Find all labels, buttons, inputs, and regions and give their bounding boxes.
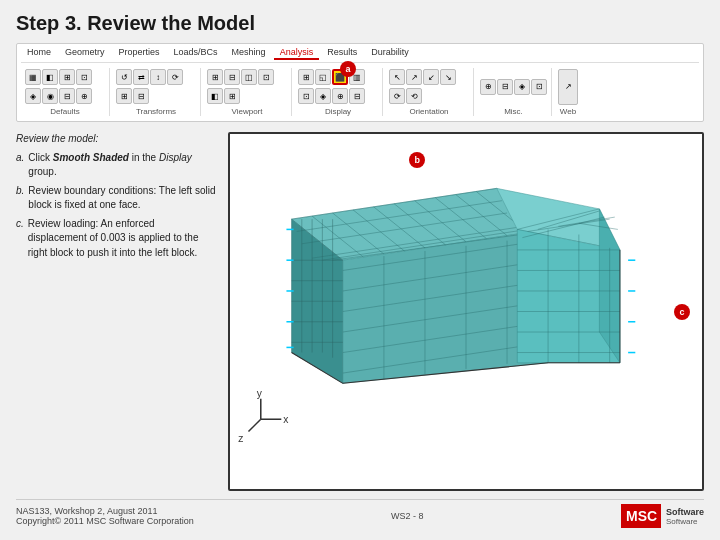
ribbon-group-label: Viewport [232,107,263,116]
tab-analysis[interactable]: Analysis [274,46,320,60]
tab-durability[interactable]: Durability [365,46,415,60]
ribbon-icon[interactable]: ⊟ [224,69,240,85]
ribbon-group-web-icons: ↗ [558,68,578,105]
ribbon-icon[interactable]: ⊟ [497,79,513,95]
ribbon-icon[interactable]: ⊕ [480,79,496,95]
ribbon-icon[interactable]: ⟳ [167,69,183,85]
ribbon-icon[interactable]: ⊡ [531,79,547,95]
footer-line2: Copyright© 2011 MSC Software Corporation [16,516,194,526]
item-text-a: Click Smooth Shaded in the Display group… [28,151,216,180]
ribbon-icon[interactable]: ◈ [25,88,41,104]
ribbon-group-label: Defaults [50,107,79,116]
tab-meshing[interactable]: Meshing [226,46,272,60]
ribbon-group-orientation: ↖ ↗ ↙ ↘ ⟳ ⟲ Orientation [385,68,474,116]
ribbon-group-web: ↗ Web [554,68,582,116]
ribbon-group-label: Web [560,107,576,116]
footer-line1: NAS133, Workshop 2, August 2011 [16,506,194,516]
ribbon-icon[interactable]: ⊡ [298,88,314,104]
ribbon-group-label: Transforms [136,107,176,116]
ribbon-icon[interactable]: ↘ [440,69,456,85]
ribbon-icon[interactable]: ⊞ [59,69,75,85]
ribbon-icon[interactable]: ⊞ [207,69,223,85]
ribbon-icon[interactable]: ⟳ [389,88,405,104]
ribbon-icon[interactable]: ◈ [514,79,530,95]
list-item-a: a. Click Smooth Shaded in the Display gr… [16,151,216,180]
ribbon-icon[interactable]: ◱ [315,69,331,85]
ribbon-icon[interactable]: ↕ [150,69,166,85]
ribbon-icon[interactable]: ⊟ [133,88,149,104]
ribbon-group-misc-icons: ⊕ ⊟ ◈ ⊡ [480,68,547,105]
ribbon-tabs: Home Geometry Properties Loads/BCs Meshi… [21,46,699,63]
ribbon-icon[interactable]: ⊡ [76,69,92,85]
callout-c: c [674,304,690,320]
ribbon-icon[interactable]: ◈ [315,88,331,104]
tab-loads[interactable]: Loads/BCs [168,46,224,60]
tab-home[interactable]: Home [21,46,57,60]
callout-b: b [409,152,425,168]
ribbon-group-viewport-icons: ⊞ ⊟ ◫ ⊡ ◧ ⊞ [207,68,287,105]
viewport-inner: x y z b c [230,134,702,489]
item-text-c: Review loading: An enforced displacement… [28,217,216,261]
callout-circle-c: c [674,304,690,320]
footer-left: NAS133, Workshop 2, August 2011 Copyrigh… [16,506,194,526]
msc-logo-icon: MSC [621,504,661,528]
ribbon-icon[interactable]: ⊕ [332,88,348,104]
ribbon-groups: ▦ ◧ ⊞ ⊡ ◈ ◉ ⊟ ⊕ Defaults ↺ ⇄ ↕ ⟳ [21,65,699,119]
ribbon-icon[interactable]: ⊡ [258,69,274,85]
ribbon-icon[interactable]: ◫ [241,69,257,85]
ribbon-group-transforms: ↺ ⇄ ↕ ⟳ ⊞ ⊟ Transforms [112,68,201,116]
ribbon-icon[interactable]: ⊞ [298,69,314,85]
footer: NAS133, Workshop 2, August 2011 Copyrigh… [16,499,704,528]
ribbon-icon[interactable]: ◉ [42,88,58,104]
smooth-shaded-wrapper: ⬛ a [332,69,348,85]
callout-a: a [340,61,356,77]
footer-center: WS2 - 8 [391,511,424,521]
ribbon-icon[interactable]: ⊕ [76,88,92,104]
ribbon-group-viewport: ⊞ ⊟ ◫ ⊡ ◧ ⊞ Viewport [203,68,292,116]
msc-logo: MSC Software Software [621,504,704,528]
ribbon-group-label: Orientation [409,107,448,116]
ribbon-group-label: Display [325,107,351,116]
ribbon-icon[interactable]: ↺ [116,69,132,85]
tab-results[interactable]: Results [321,46,363,60]
ribbon-group-misc: ⊕ ⊟ ◈ ⊡ Misc. [476,68,552,116]
ribbon-icon[interactable]: ⇄ [133,69,149,85]
callout-circle-b: b [409,152,425,168]
software-sublabel: Software [666,517,704,526]
ribbon-icon[interactable]: ⊞ [116,88,132,104]
tab-geometry[interactable]: Geometry [59,46,111,60]
viewport: x y z b c [228,132,704,491]
ribbon-icon[interactable]: ⊟ [59,88,75,104]
display-text: Display [159,152,192,163]
svg-text:z: z [238,433,243,444]
ribbon-icon[interactable]: ◧ [42,69,58,85]
item-letter-c: c. [16,217,24,261]
ribbon-group-orientation-icons: ↖ ↗ ↙ ↘ ⟳ ⟲ [389,68,469,105]
list-item-c: c. Review loading: An enforced displacem… [16,217,216,261]
ribbon-icon[interactable]: ◧ [207,88,223,104]
list-item-b: b. Review boundary conditions: The left … [16,184,216,213]
ribbon-group-defaults-icons: ▦ ◧ ⊞ ⊡ ◈ ◉ ⊟ ⊕ [25,68,105,105]
item-text-b: Review boundary conditions: The left sol… [28,184,216,213]
main-content: Review the model: a. Click Smooth Shaded… [16,132,704,491]
ribbon-group-label: Misc. [504,107,523,116]
ribbon-icon[interactable]: ↗ [406,69,422,85]
item-letter-a: a. [16,151,24,180]
software-label: Software [666,507,704,517]
text-panel: Review the model: a. Click Smooth Shaded… [16,132,216,491]
tab-properties[interactable]: Properties [113,46,166,60]
ribbon-icon[interactable]: ⊟ [349,88,365,104]
review-heading: Review the model: [16,132,216,147]
ribbon-icon[interactable]: ↙ [423,69,439,85]
3d-mesh-svg: x y z [230,134,702,489]
ribbon-group-display: ⊞ ◱ ⬛ a ▥ ⊡ ◈ ⊕ ⊟ Display [294,68,383,116]
footer-right: MSC Software Software [621,504,704,528]
ribbon-icon[interactable]: ⊞ [224,88,240,104]
callout-circle-a: a [340,61,356,77]
ribbon-icon[interactable]: ⟲ [406,88,422,104]
ribbon-icon[interactable]: ↖ [389,69,405,85]
ribbon-icon[interactable]: ▦ [25,69,41,85]
svg-text:x: x [283,414,289,425]
ribbon-icon[interactable]: ↗ [558,69,578,105]
ribbon-group-defaults: ▦ ◧ ⊞ ⊡ ◈ ◉ ⊟ ⊕ Defaults [21,68,110,116]
